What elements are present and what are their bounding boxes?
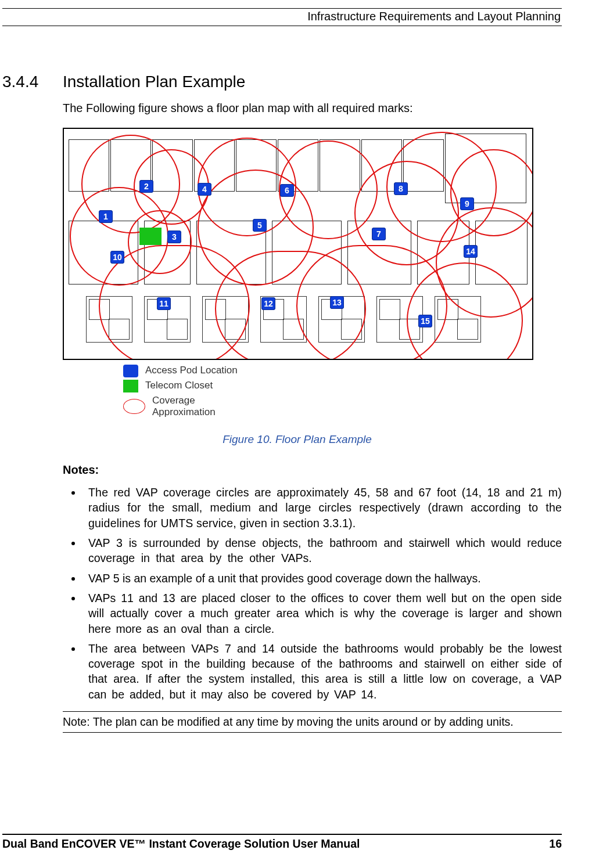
header-top-rule (2, 8, 562, 9)
legend-label-access-pod: Access Pod Location (145, 365, 238, 376)
legend-label-coverage-l2: Approximation (152, 406, 216, 418)
access-pod-2: 2 (139, 180, 153, 193)
figure-wrap: 1 2 3 4 5 6 7 8 9 10 11 12 13 14 15 Acce… (2, 128, 562, 418)
notes-list: The red VAP coverage circles are approxi… (2, 485, 562, 702)
legend: Access Pod Location Telecom Closet Cover… (63, 360, 562, 418)
access-pod-10: 10 (110, 251, 124, 264)
legend-swatch-green (123, 380, 138, 392)
access-pod-8: 8 (394, 182, 408, 195)
legend-label-coverage-l1: Coverage (152, 395, 216, 406)
access-pod-4: 4 (198, 183, 211, 196)
access-pod-6: 6 (280, 184, 294, 197)
note-item: VAPs 11 and 13 are placed closer to the … (82, 590, 562, 636)
access-pod-9: 9 (460, 197, 474, 210)
note-item: The area between VAPs 7 and 14 outside t… (82, 641, 562, 702)
legend-row-coverage: Coverage Approximation (123, 395, 562, 418)
section-number: 3.4.4 (2, 73, 63, 91)
access-pod-12: 12 (261, 297, 275, 310)
note-item: The red VAP coverage circles are approxi… (82, 485, 562, 531)
legend-swatch-circle (123, 399, 145, 414)
legend-swatch-blue (123, 365, 138, 377)
section-heading: 3.4.4 Installation Plan Example (2, 73, 562, 91)
header-bottom-rule (2, 26, 562, 26)
legend-row-access-pod: Access Pod Location (123, 365, 562, 377)
final-note: Note: The plan can be modified at any ti… (2, 715, 562, 729)
access-pod-7: 7 (372, 228, 386, 240)
telecom-closet-marker (139, 228, 162, 245)
access-pod-3: 3 (167, 230, 181, 243)
running-header: Infrastructure Requirements and Layout P… (2, 10, 562, 26)
legend-label-telecom-closet: Telecom Closet (145, 380, 213, 391)
access-pod-11: 11 (157, 297, 171, 310)
note-item: VAP 3 is surrounded by dense objects, th… (82, 535, 562, 566)
access-pod-13: 13 (330, 296, 344, 309)
floor-plan-diagram: 1 2 3 4 5 6 7 8 9 10 11 12 13 14 15 (63, 128, 533, 360)
separator-rule (63, 732, 562, 733)
access-pod-5: 5 (253, 219, 267, 232)
footer-manual-title: Dual Band EnCOVER VE™ Instant Coverage S… (2, 837, 360, 851)
separator-rule (63, 711, 562, 712)
footer-page-number: 16 (549, 837, 562, 851)
legend-row-telecom-closet: Telecom Closet (123, 380, 562, 392)
intro-text: The Following figure shows a floor plan … (2, 102, 562, 115)
note-item: VAP 5 is an example of a unit that provi… (82, 571, 562, 586)
access-pod-15: 15 (418, 315, 432, 327)
footer-rule (2, 834, 562, 835)
page-footer: Dual Band EnCOVER VE™ Instant Coverage S… (2, 834, 562, 851)
figure-caption: Figure 10. Floor Plan Example (2, 433, 562, 446)
section-title: Installation Plan Example (63, 73, 245, 91)
access-pod-14: 14 (464, 245, 478, 258)
access-pod-1: 1 (99, 210, 113, 223)
notes-heading: Notes: (2, 463, 562, 477)
